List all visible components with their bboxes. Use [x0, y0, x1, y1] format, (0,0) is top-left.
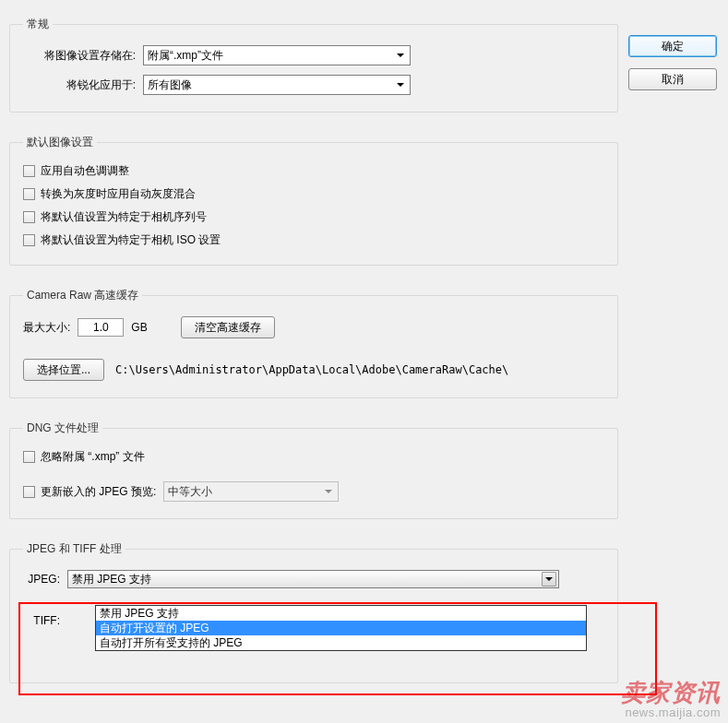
jpeg-options-popup: 禁用 JPEG 支持 自动打开设置的 JPEG 自动打开所有受支持的 JPEG [95, 605, 587, 651]
defaults-legend: 默认图像设置 [23, 135, 97, 150]
defaults-group: 默认图像设置 应用自动色调调整 转换为灰度时应用自动灰度混合 将默认值设置为特定… [9, 135, 618, 266]
side-button-panel: 确定 取消 [628, 35, 717, 101]
checkbox-camera-serial-label: 将默认值设置为特定于相机序列号 [41, 209, 207, 225]
dropdown-button[interactable] [542, 572, 556, 587]
checkbox-auto-tone-label: 应用自动色调调整 [41, 163, 129, 179]
checkbox-update-jpeg-label: 更新嵌入的 JPEG 预览: [41, 484, 156, 500]
main-settings-panel: 常规 将图像设置存储在: 附属“.xmp”文件 将锐化应用于: 所有图像 默认图… [9, 17, 618, 705]
watermark: 卖家资讯 news.maijia.com [621, 680, 721, 719]
cancel-button[interactable]: 取消 [628, 68, 717, 90]
save-settings-label: 将图像设置存储在: [23, 48, 143, 64]
cache-legend: Camera Raw 高速缓存 [23, 288, 142, 303]
checkbox-camera-serial[interactable] [23, 211, 35, 223]
max-size-label: 最大大小: [23, 320, 70, 336]
ok-button[interactable]: 确定 [628, 35, 717, 57]
jpeg-option-2[interactable]: 自动打开所有受支持的 JPEG [96, 635, 586, 650]
jpeg-option-0[interactable]: 禁用 JPEG 支持 [96, 606, 586, 621]
jpeg-option-1[interactable]: 自动打开设置的 JPEG [96, 621, 586, 635]
cache-path: C:\Users\Administrator\AppData\Local\Ado… [115, 363, 508, 376]
sharpen-apply-select[interactable]: 所有图像 [143, 75, 411, 95]
checkbox-auto-grayscale[interactable] [23, 188, 35, 200]
jpeg-tiff-group: JPEG 和 TIFF 处理 JPEG: 禁用 JPEG 支持 TIFF: 禁用… [9, 541, 618, 683]
checkbox-auto-grayscale-label: 转换为灰度时应用自动灰度混合 [41, 186, 196, 202]
chevron-down-icon [325, 490, 332, 493]
sharpen-apply-label: 将锐化应用于: [23, 77, 143, 93]
jpeg-label: JPEG: [23, 573, 67, 586]
save-settings-select[interactable]: 附属“.xmp”文件 [143, 45, 411, 65]
preview-size-select[interactable]: 中等大小 [163, 481, 339, 502]
checkbox-ignore-xmp-label: 忽略附属 “.xmp” 文件 [41, 449, 145, 465]
dng-legend: DNG 文件处理 [23, 421, 102, 436]
dng-group: DNG 文件处理 忽略附属 “.xmp” 文件 更新嵌入的 JPEG 预览: 中… [9, 421, 618, 519]
sharpen-apply-value: 所有图像 [148, 77, 192, 93]
max-size-input[interactable] [78, 318, 124, 337]
jpeg-mode-select[interactable]: 禁用 JPEG 支持 [67, 570, 559, 588]
jpeg-tiff-legend: JPEG 和 TIFF 处理 [23, 541, 125, 557]
checkbox-ignore-xmp[interactable] [23, 451, 35, 463]
chevron-down-icon [397, 83, 404, 87]
checkbox-camera-iso-label: 将默认值设置为特定于相机 ISO 设置 [41, 232, 221, 248]
general-group: 常规 将图像设置存储在: 附属“.xmp”文件 将锐化应用于: 所有图像 [9, 17, 618, 113]
checkbox-camera-iso[interactable] [23, 234, 35, 246]
chevron-down-icon [545, 577, 553, 581]
chevron-down-icon [397, 53, 404, 57]
checkbox-update-jpeg[interactable] [23, 486, 35, 498]
watermark-brand: 卖家资讯 [621, 680, 721, 706]
watermark-url: news.maijia.com [621, 706, 721, 719]
checkbox-auto-tone[interactable] [23, 165, 35, 177]
save-settings-value: 附属“.xmp”文件 [148, 48, 223, 64]
max-size-unit: GB [131, 321, 147, 334]
jpeg-mode-value: 禁用 JPEG 支持 [72, 572, 151, 587]
clear-cache-button[interactable]: 清空高速缓存 [181, 316, 275, 338]
tiff-label: TIFF: [23, 614, 67, 627]
select-location-button[interactable]: 选择位置... [23, 359, 104, 381]
general-legend: 常规 [23, 17, 53, 32]
preview-size-value: 中等大小 [168, 484, 212, 500]
cache-group: Camera Raw 高速缓存 最大大小: GB 清空高速缓存 选择位置... … [9, 288, 618, 398]
